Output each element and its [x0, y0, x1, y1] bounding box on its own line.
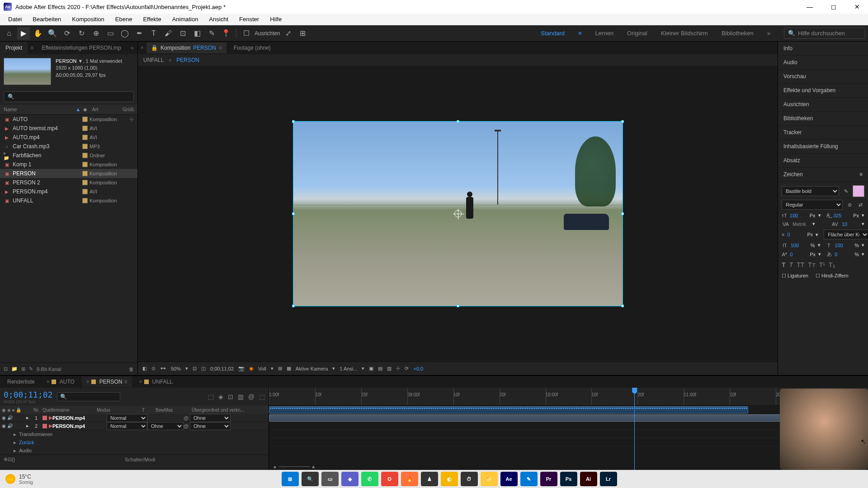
roi-icon[interactable]: ◫	[201, 366, 206, 371]
property-row[interactable]: ▸Audio	[0, 446, 269, 455]
roto-tool[interactable]: ✎	[205, 27, 218, 40]
mask-icon[interactable]: 👓	[160, 366, 166, 371]
timeline-tracks[interactable]: 1:00f10f20f09:00f10f20f10:00f10f20f11:00…	[269, 388, 868, 470]
exposure[interactable]: +0,0	[413, 366, 423, 371]
project-item[interactable]: ▶AUTO.mp4AVI	[0, 133, 137, 142]
fill-color-swatch[interactable]	[853, 185, 864, 197]
taskbar-app[interactable]: Ps	[560, 472, 577, 486]
views[interactable]: 1 Ansi...	[340, 366, 357, 371]
menu-ebene[interactable]: Ebene	[110, 14, 138, 24]
tl-foot-icon2[interactable]: ⊡	[8, 456, 12, 462]
orbit-tool[interactable]: ⟳	[61, 27, 73, 40]
panel-effekte-und-vorgaben[interactable]: Effekte und Vorgaben	[778, 84, 868, 98]
ellipse-tool[interactable]: ◯	[118, 27, 131, 40]
panel-menu-icon[interactable]: ≡	[859, 171, 863, 178]
col-type[interactable]: Art	[92, 107, 123, 113]
tracking[interactable]: 10	[842, 221, 859, 227]
tab-composition[interactable]: 🔒 Komposition PERSON ≡	[146, 42, 226, 53]
project-item[interactable]: ▣Komp 1Komposition	[0, 160, 137, 169]
trash-icon[interactable]: 🗑	[129, 366, 134, 372]
help-search[interactable]: 🔍 Hilfe durchsuchen	[784, 28, 865, 39]
res-icon[interactable]: ⊡	[193, 366, 197, 371]
handle-bl[interactable]	[292, 305, 295, 307]
font-style-select[interactable]: Regular	[782, 200, 843, 210]
handle-mr[interactable]	[621, 212, 624, 215]
cam-dropdown-icon[interactable]: ▾	[332, 366, 335, 371]
pen-tool[interactable]: ✒	[133, 27, 146, 40]
taskbar-app[interactable]: ✆	[361, 472, 378, 486]
menu-bearbeiten[interactable]: Bearbeiten	[27, 14, 66, 24]
track-matte-select[interactable]: Ohne	[147, 422, 184, 430]
parent-select[interactable]: Ohne	[190, 422, 231, 430]
col-label-icon[interactable]: ◆	[83, 107, 92, 113]
view2-icon[interactable]: ▤	[378, 366, 382, 371]
zoom-tool[interactable]: 🔍	[46, 27, 59, 40]
tl-foot-icon3[interactable]: {}	[12, 457, 15, 462]
panel-zeichen[interactable]: Zeichen≡	[778, 168, 868, 182]
camera[interactable]: Aktive Kamera	[296, 366, 328, 371]
menu-komposition[interactable]: Komposition	[66, 14, 110, 24]
snap-checkbox[interactable]: ☐	[240, 27, 253, 40]
menu-hilfe[interactable]: Hilfe	[264, 14, 287, 24]
home-icon[interactable]: ⌂	[3, 27, 15, 40]
hscale[interactable]: 100	[835, 243, 852, 248]
tab-project-menu-icon[interactable]: ≡	[28, 45, 36, 51]
ligatures-checkbox[interactable]: ☐ Ligaturen	[782, 273, 808, 279]
workspace-menu-icon[interactable]: ≡	[578, 30, 582, 37]
taskbar-app[interactable]: ⊞	[282, 472, 299, 486]
swap-color-icon[interactable]: ⇄	[856, 202, 864, 208]
font-family-select[interactable]: Bastile bold	[782, 186, 839, 196]
snapshot-icon[interactable]: 📷	[238, 366, 245, 371]
minimize-button[interactable]: —	[802, 1, 817, 12]
tl-icon-4[interactable]: ▥	[238, 393, 244, 400]
maximize-button[interactable]: ◻	[826, 1, 841, 12]
project-item[interactable]: ♪Car Crash.mp3MP3	[0, 142, 137, 151]
hindi-checkbox[interactable]: ☐ Hindi-Ziffern	[816, 273, 849, 279]
property-row[interactable]: ▸Zurück	[0, 438, 269, 446]
view1-icon[interactable]: ▣	[369, 366, 373, 371]
snap-options-icon[interactable]: ⤢	[282, 27, 295, 40]
project-item[interactable]: ▣PERSONKomposition	[0, 169, 137, 178]
leading[interactable]: 325	[833, 213, 850, 218]
tl-icon-5[interactable]: @	[248, 393, 255, 400]
project-search[interactable]: 🔍	[4, 91, 134, 102]
taskbar-app[interactable]: 🔥	[401, 472, 418, 486]
tl-icon-3[interactable]: ⊡	[228, 393, 233, 400]
taskbar-app[interactable]: ♟	[421, 472, 438, 486]
viewer[interactable]	[138, 66, 778, 361]
eyedropper-icon[interactable]: ✎	[842, 188, 850, 194]
view3-icon[interactable]: ▥	[387, 366, 392, 371]
handle-tl[interactable]	[292, 120, 295, 123]
workspace-standard[interactable]: Standard	[541, 30, 565, 37]
project-item[interactable]: ▣UNFALLKomposition	[0, 196, 137, 205]
taskbar-app[interactable]: Ai	[580, 472, 597, 486]
new-comp-icon[interactable]: ⊞	[21, 366, 25, 372]
baseline[interactable]: 0	[790, 252, 807, 257]
stroke-option-select[interactable]: Fläche über Kon...	[824, 230, 868, 239]
taskbar-app[interactable]: 📁	[481, 472, 498, 486]
tl-icon-6[interactable]: ⬚	[259, 393, 265, 400]
tab-effect-settings[interactable]: Effekteinstellungen PERSON.mp	[36, 42, 126, 54]
layer-row[interactable]: ◉🔊▸2▶PERSON.mp4NormalOhne@Ohne	[0, 422, 269, 430]
timeline-zoom[interactable]: ▲ ─○──────── ▲	[273, 464, 316, 469]
menu-ansicht[interactable]: Ansicht	[203, 14, 234, 24]
timeline-tab-auto[interactable]: × AUTO	[42, 376, 79, 387]
taskbar-app[interactable]: ⏱	[461, 472, 478, 486]
taskbar-app[interactable]: 🔍	[302, 472, 319, 486]
taskbar-app[interactable]: O	[381, 472, 398, 486]
timeline-tab-renderliste[interactable]: Renderliste	[3, 376, 39, 387]
timeline-tab-unfall[interactable]: × UNFALL	[135, 376, 177, 387]
allcaps-button[interactable]: TT	[797, 261, 804, 268]
layer-row[interactable]: ◉🔊▸1▶PERSON.mp4Normal@Ohne	[0, 414, 269, 422]
anchor-tool[interactable]: ⊕	[90, 27, 102, 40]
weather-widget[interactable]: 15°C Sonnig	[5, 474, 33, 485]
project-item[interactable]: ▸ 📁FarbflächenOrdner	[0, 151, 137, 160]
tab-project[interactable]: Projekt	[0, 42, 28, 54]
taskbar-app[interactable]: Lr	[600, 472, 617, 486]
property-row[interactable]: ▸Transformieren	[0, 430, 269, 438]
adjust-icon[interactable]: ✎	[29, 366, 33, 372]
workspace-overflow-icon[interactable]: »	[767, 30, 770, 37]
tl-foot-icon1[interactable]: ⊕	[4, 456, 8, 462]
speaker-icon[interactable]: 🔊	[7, 423, 13, 428]
menu-fenster[interactable]: Fenster	[234, 14, 264, 24]
